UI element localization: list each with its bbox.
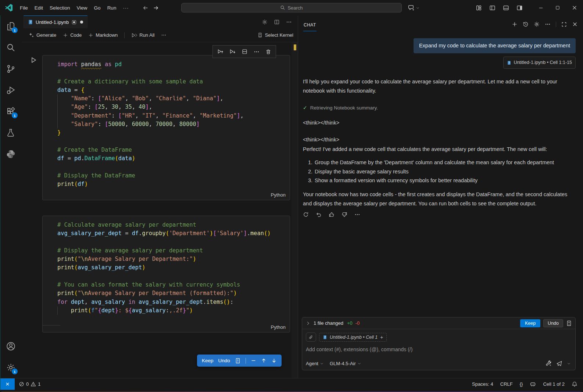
toggle-sidebar-icon[interactable]: [489, 5, 496, 11]
notebook-cell-2[interactable]: # Calculate average salary per departmen…: [42, 216, 290, 332]
chat-history-icon[interactable]: [523, 21, 529, 27]
chat-input-placeholder[interactable]: Add context (#), extensions (@), command…: [306, 346, 572, 352]
keep-button[interactable]: Keep: [202, 358, 214, 363]
toggle-secondary-sidebar-icon[interactable]: [516, 5, 523, 11]
remote-indicator[interactable]: [0, 378, 15, 390]
title-bar: File Edit Selection View Go Run ··· Sear…: [0, 0, 583, 15]
menu-view[interactable]: View: [74, 3, 91, 12]
select-kernel-button[interactable]: Select Kernel: [257, 32, 293, 38]
sidebar-item-run-debug[interactable]: [0, 79, 21, 101]
chat-input-box[interactable]: Untitled-1.ipynb • Cell 1 + Add context …: [302, 329, 576, 370]
copilot-menu-icon[interactable]: [408, 4, 415, 11]
activity-bar: 1 1 1: [0, 15, 21, 378]
copilot-status-icon[interactable]: [530, 381, 536, 387]
problems-indicator[interactable]: 0 1: [15, 381, 44, 387]
regenerate-icon[interactable]: [303, 212, 309, 217]
accounts-button[interactable]: [0, 335, 21, 357]
cell-more-icon[interactable]: [254, 49, 260, 55]
chevron-right-icon[interactable]: [305, 321, 311, 326]
menu-run[interactable]: Run: [104, 3, 120, 12]
view-changes-icon[interactable]: [566, 320, 572, 326]
generate-button[interactable]: Generate: [26, 31, 59, 39]
minimize-button[interactable]: [532, 0, 549, 15]
forward-arrow-icon[interactable]: [153, 5, 159, 11]
sidebar-item-source-control[interactable]: [0, 58, 21, 79]
split-cell-icon[interactable]: [242, 48, 248, 55]
sidebar-item-search[interactable]: [0, 37, 21, 58]
sidebar-item-explorer[interactable]: 1: [0, 15, 21, 37]
modified-dot-icon[interactable]: [80, 21, 83, 24]
manage-button[interactable]: 1: [0, 357, 21, 378]
menu-more[interactable]: ···: [119, 3, 132, 12]
cell-1-language-label[interactable]: Python: [271, 192, 286, 198]
open-diff-icon[interactable]: [235, 358, 241, 364]
overview-ruler[interactable]: [292, 42, 298, 378]
configure-tools-icon[interactable]: [546, 360, 552, 367]
new-chat-icon[interactable]: [512, 21, 518, 27]
previous-change-icon[interactable]: [261, 358, 267, 363]
customize-layout-icon[interactable]: [476, 5, 482, 11]
cell-2-code-editor[interactable]: # Calculate average salary per departmen…: [43, 216, 290, 317]
maximize-panel-icon[interactable]: [561, 22, 567, 27]
context-chip[interactable]: Untitled-1.ipynb • Cell 1 +: [319, 333, 387, 342]
close-panel-icon[interactable]: [572, 21, 578, 27]
thumbs-up-icon[interactable]: [329, 212, 335, 217]
menu-selection[interactable]: Selection: [46, 3, 74, 12]
model-picker[interactable]: GLM-4.5-Air: [330, 361, 361, 366]
notifications-bell-icon[interactable]: [572, 381, 577, 387]
add-markdown-cell-button[interactable]: Markdown: [85, 31, 121, 39]
execute-below-icon[interactable]: [229, 48, 236, 55]
notebook-more-button[interactable]: [158, 31, 169, 39]
keep-all-button[interactable]: Keep: [520, 319, 540, 327]
toggle-panel-icon[interactable]: [503, 5, 509, 11]
send-icon[interactable]: [556, 360, 562, 367]
close-window-button[interactable]: [566, 0, 583, 15]
language-braces-status[interactable]: {}: [520, 381, 523, 387]
execute-above-icon[interactable]: [217, 48, 223, 55]
tab-pin-icon[interactable]: [71, 19, 77, 25]
mode-picker[interactable]: Agent: [306, 361, 324, 366]
undo-edits-icon[interactable]: [316, 212, 322, 217]
cell-hover-toolbar: [212, 45, 276, 58]
chat-settings-gear-icon[interactable]: [534, 21, 540, 27]
command-center-search[interactable]: Search: [181, 3, 402, 12]
undo-button[interactable]: Undo: [218, 358, 230, 363]
chat-more-icon[interactable]: [545, 21, 551, 27]
eol-status[interactable]: CRLF: [500, 381, 513, 387]
tab-untitled-1-ipynb[interactable]: Untitled-1.ipynb: [24, 15, 87, 28]
sidebar-item-testing[interactable]: [0, 122, 21, 143]
indentation-status[interactable]: Spaces: 4: [472, 381, 493, 387]
cell-1-code-editor[interactable]: import pandas as pd # Create a dictionar…: [43, 55, 290, 191]
run-all-icon: [131, 32, 137, 38]
add-code-cell-button[interactable]: Code: [60, 31, 85, 39]
chevron-down-icon[interactable]: [416, 6, 420, 10]
cell-2-language-label[interactable]: Python: [271, 324, 286, 330]
tool-status-row[interactable]: ✓ Retrieving Notebook summary.: [303, 103, 576, 112]
tab-chat[interactable]: CHAT: [303, 17, 316, 31]
attach-context-button[interactable]: [306, 332, 316, 342]
menu-edit[interactable]: Edit: [31, 3, 46, 12]
delete-cell-icon[interactable]: [265, 49, 271, 55]
response-more-icon[interactable]: [354, 212, 360, 217]
run-all-button[interactable]: Run All: [128, 31, 157, 40]
tab-gear-icon[interactable]: [262, 19, 268, 25]
thumbs-down-icon[interactable]: [341, 212, 347, 217]
back-arrow-icon[interactable]: [142, 5, 149, 11]
request-context-chip[interactable]: Untitled-1.ipynb • Cell 1:1-15: [503, 57, 576, 69]
sidebar-item-python[interactable]: [0, 143, 21, 165]
run-cell-icon[interactable]: [30, 57, 37, 64]
cell-position-status[interactable]: Cell 1 of 2: [543, 381, 565, 387]
more-actions-icon[interactable]: [286, 19, 292, 25]
split-editor-icon[interactable]: [274, 19, 280, 25]
maximize-button[interactable]: [549, 0, 566, 15]
send-options-chevron-icon[interactable]: [567, 362, 571, 366]
menu-file[interactable]: File: [17, 3, 31, 12]
collapse-icon[interactable]: [251, 358, 256, 363]
menu-go[interactable]: Go: [91, 3, 104, 12]
tab-title: Untitled-1.ipynb: [36, 19, 69, 25]
sidebar-item-extensions[interactable]: 1: [0, 101, 21, 122]
notebook-cell-1[interactable]: import pandas as pd # Create a dictionar…: [42, 55, 290, 200]
undo-all-button[interactable]: Undo: [543, 319, 563, 327]
next-change-icon[interactable]: [271, 358, 277, 363]
notebook-scroll-area[interactable]: import pandas as pd # Create a dictionar…: [21, 42, 292, 378]
